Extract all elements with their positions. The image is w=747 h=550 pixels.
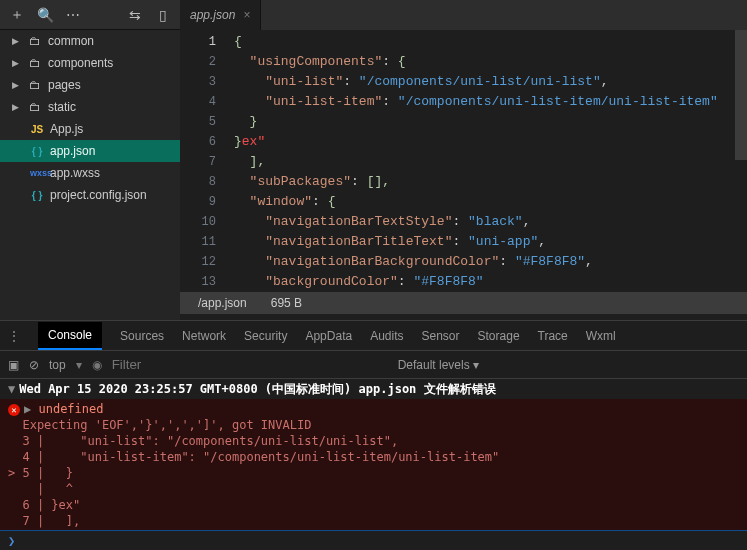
status-bar: /app.json 695 B bbox=[180, 292, 747, 314]
clear-console-icon[interactable]: ⊘ bbox=[29, 358, 39, 372]
search-icon[interactable]: 🔍 bbox=[34, 4, 56, 26]
scrollbar-thumb[interactable] bbox=[735, 30, 747, 160]
devtools-tab-console[interactable]: Console bbox=[38, 322, 102, 350]
tab-title: app.json bbox=[190, 8, 235, 22]
devtools-tab-audits[interactable]: Audits bbox=[370, 329, 403, 343]
folder-icon: 🗀 bbox=[28, 78, 42, 92]
chevron-down-icon[interactable]: ▾ bbox=[76, 358, 82, 372]
new-file-button[interactable]: ＋ bbox=[6, 4, 28, 26]
tab-app-json[interactable]: app.json × bbox=[180, 0, 261, 30]
folder-label: components bbox=[48, 56, 113, 70]
console-prompt[interactable]: ❯ bbox=[0, 530, 747, 550]
chevron-right-icon: ▶ bbox=[12, 36, 22, 46]
sidebar-file-app.json[interactable]: { }app.json bbox=[0, 140, 180, 162]
explorer-toolbar: ＋ 🔍 ⋯ ⇆ ▯ bbox=[0, 0, 180, 30]
editor-scrollbar[interactable] bbox=[735, 30, 747, 292]
devtools-tab-trace[interactable]: Trace bbox=[538, 329, 568, 343]
folder-icon: 🗀 bbox=[28, 34, 42, 48]
editor-tabbar: app.json × bbox=[180, 0, 747, 30]
console-context[interactable]: top bbox=[49, 358, 66, 372]
file-label: App.js bbox=[50, 122, 83, 136]
collapse-arrow-icon[interactable]: ▼ bbox=[8, 382, 15, 396]
devtools-tab-security[interactable]: Security bbox=[244, 329, 287, 343]
line-gutter: 12345678910111213 bbox=[180, 30, 230, 292]
status-size: 695 B bbox=[271, 296, 302, 310]
file-icon: wxss bbox=[30, 168, 44, 178]
code-content[interactable]: { "usingComponents": { "uni-list": "/com… bbox=[230, 30, 747, 292]
toggle-panel-icon[interactable]: ▯ bbox=[152, 4, 174, 26]
chevron-right-icon: ▶ bbox=[12, 58, 22, 68]
sidebar-file-App.js[interactable]: JSApp.js bbox=[0, 118, 180, 140]
folder-icon: 🗀 bbox=[28, 100, 42, 114]
file-label: app.json bbox=[50, 144, 95, 158]
devtools-tab-sensor[interactable]: Sensor bbox=[422, 329, 460, 343]
devtools-panel: ⋮ ConsoleSourcesNetworkSecurityAppDataAu… bbox=[0, 320, 747, 550]
folder-label: static bbox=[48, 100, 76, 114]
split-editor-icon[interactable]: ⇆ bbox=[124, 4, 146, 26]
sidebar-folder-static[interactable]: ▶🗀static bbox=[0, 96, 180, 118]
file-label: project.config.json bbox=[50, 188, 147, 202]
eye-icon[interactable]: ◉ bbox=[92, 358, 102, 372]
folder-label: common bbox=[48, 34, 94, 48]
console-error: ✕▶ undefined Expecting 'EOF','}',',',']'… bbox=[8, 401, 739, 530]
sidebar-file-project.config.json[interactable]: { }project.config.json bbox=[0, 184, 180, 206]
toggle-sidebar-icon[interactable]: ▣ bbox=[8, 358, 19, 372]
folder-icon: 🗀 bbox=[28, 56, 42, 70]
devtools-tabs: ⋮ ConsoleSourcesNetworkSecurityAppDataAu… bbox=[0, 321, 747, 351]
sidebar-folder-common[interactable]: ▶🗀common bbox=[0, 30, 180, 52]
status-path: /app.json bbox=[198, 296, 247, 310]
console-filter-input[interactable] bbox=[112, 357, 292, 372]
file-tree: ▶🗀common▶🗀components▶🗀pages▶🗀staticJSApp… bbox=[0, 30, 180, 320]
devtools-tab-wxml[interactable]: Wxml bbox=[586, 329, 616, 343]
more-icon[interactable]: ⋯ bbox=[62, 4, 84, 26]
console-output: ▼Wed Apr 15 2020 23:25:57 GMT+0800 (中国标准… bbox=[0, 379, 747, 530]
sidebar-folder-pages[interactable]: ▶🗀pages bbox=[0, 74, 180, 96]
devtools-tab-appdata[interactable]: AppData bbox=[305, 329, 352, 343]
error-icon: ✕ bbox=[8, 404, 20, 416]
sidebar-folder-components[interactable]: ▶🗀components bbox=[0, 52, 180, 74]
console-header: ▼Wed Apr 15 2020 23:25:57 GMT+0800 (中国标准… bbox=[0, 379, 747, 399]
close-icon[interactable]: × bbox=[243, 8, 250, 22]
sidebar-file-app.wxss[interactable]: wxssapp.wxss bbox=[0, 162, 180, 184]
devtools-tab-network[interactable]: Network bbox=[182, 329, 226, 343]
code-editor[interactable]: 12345678910111213 { "usingComponents": {… bbox=[180, 30, 747, 292]
file-label: app.wxss bbox=[50, 166, 100, 180]
file-icon: JS bbox=[30, 124, 44, 135]
folder-label: pages bbox=[48, 78, 81, 92]
chevron-right-icon: ▶ bbox=[12, 102, 22, 112]
devtools-tab-storage[interactable]: Storage bbox=[478, 329, 520, 343]
chevron-right-icon: ▶ bbox=[12, 80, 22, 90]
devtools-tab-sources[interactable]: Sources bbox=[120, 329, 164, 343]
console-levels[interactable]: Default levels ▾ bbox=[398, 358, 479, 372]
file-icon: { } bbox=[30, 146, 44, 157]
console-toolbar: ▣ ⊘ top ▾ ◉ Default levels ▾ bbox=[0, 351, 747, 379]
devtools-menu-icon[interactable]: ⋮ bbox=[8, 329, 20, 343]
chevron-right-icon[interactable]: ▶ bbox=[24, 402, 38, 416]
file-icon: { } bbox=[30, 190, 44, 201]
